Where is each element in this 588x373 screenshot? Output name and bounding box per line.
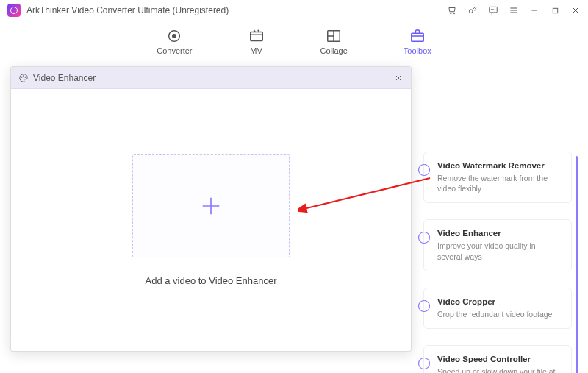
converter-icon <box>166 29 182 43</box>
maximize-button[interactable] <box>550 5 560 15</box>
tool-card-speed[interactable]: Video Speed Controller Speed up or slow … <box>423 345 572 373</box>
svg-point-14 <box>419 165 430 176</box>
collage-icon <box>326 29 342 43</box>
svg-point-16 <box>419 300 430 311</box>
svg-point-15 <box>419 232 430 244</box>
add-video-dropzone[interactable] <box>132 154 290 257</box>
tool-list: Video Watermark Remover Remove the water… <box>423 152 572 373</box>
dialog-body: Add a video to Video Enhancer <box>11 89 411 351</box>
feedback-icon[interactable] <box>488 5 498 15</box>
scrollbar[interactable] <box>576 156 578 373</box>
tool-title: Video Enhancer <box>437 229 562 238</box>
tab-collage[interactable]: Collage <box>320 29 348 55</box>
tab-label: Converter <box>157 46 192 55</box>
tab-mv[interactable]: MV <box>248 29 265 55</box>
tool-desc: Improve your video quality in several wa… <box>437 241 562 261</box>
svg-point-19 <box>23 75 24 76</box>
speed-icon <box>417 356 431 371</box>
app-logo-icon <box>7 4 21 17</box>
svg-point-7 <box>495 10 495 10</box>
tab-label: Collage <box>320 46 348 55</box>
titlebar-buttons <box>447 5 581 15</box>
minimize-button[interactable] <box>529 5 539 15</box>
palette-icon <box>18 73 29 83</box>
tab-toolbox[interactable]: Toolbox <box>404 29 431 55</box>
menu-icon[interactable] <box>509 5 519 15</box>
tool-desc: Crop the redundant video footage <box>437 309 562 319</box>
tool-desc: Speed up or slow down your file at ease <box>437 366 562 373</box>
key-icon[interactable] <box>467 5 478 15</box>
tool-card-enhancer[interactable]: Video Enhancer Improve your video qualit… <box>423 219 572 271</box>
svg-point-1 <box>450 13 451 14</box>
mv-icon <box>248 29 265 43</box>
dropzone-label: Add a video to Video Enhancer <box>145 275 276 286</box>
close-button[interactable] <box>570 5 581 15</box>
plus-icon <box>198 193 223 219</box>
tool-card-watermark-remover[interactable]: Video Watermark Remover Remove the water… <box>423 152 572 203</box>
watermark-icon <box>417 163 431 177</box>
tab-label: Toolbox <box>404 46 431 55</box>
svg-point-17 <box>419 358 430 369</box>
video-enhancer-dialog: Video Enhancer Add a video to Video Enha… <box>10 66 412 352</box>
tool-card-cropper[interactable]: Video Cropper Crop the redundant video f… <box>423 288 572 329</box>
svg-rect-11 <box>250 32 262 40</box>
svg-point-10 <box>173 34 176 38</box>
svg-point-3 <box>469 10 473 13</box>
tool-title: Video Speed Controller <box>437 355 562 363</box>
cart-icon[interactable] <box>447 5 457 15</box>
svg-point-20 <box>25 77 26 77</box>
dialog-close-button[interactable] <box>393 73 404 83</box>
svg-point-2 <box>453 13 455 14</box>
svg-rect-13 <box>412 33 424 41</box>
tab-converter[interactable]: Converter <box>157 29 192 55</box>
svg-point-5 <box>491 10 492 10</box>
main-tabs: Converter MV Collage Toolbox <box>0 21 588 63</box>
titlebar: ArkThinker Video Converter Ultimate (Unr… <box>0 0 588 21</box>
svg-point-0 <box>11 7 18 14</box>
svg-point-18 <box>21 77 22 77</box>
toolbox-icon <box>409 29 426 43</box>
dialog-header: Video Enhancer <box>11 67 411 89</box>
tool-title: Video Cropper <box>437 297 562 306</box>
svg-point-6 <box>493 10 494 10</box>
tab-label: MV <box>250 46 262 55</box>
svg-rect-8 <box>553 8 557 13</box>
cropper-icon <box>417 299 431 313</box>
tool-title: Video Watermark Remover <box>437 161 562 170</box>
tool-desc: Remove the watermark from the video flex… <box>437 173 562 193</box>
enhancer-icon <box>417 230 431 245</box>
app-title: ArkThinker Video Converter Ultimate (Unr… <box>26 5 229 15</box>
dialog-title: Video Enhancer <box>33 73 96 83</box>
